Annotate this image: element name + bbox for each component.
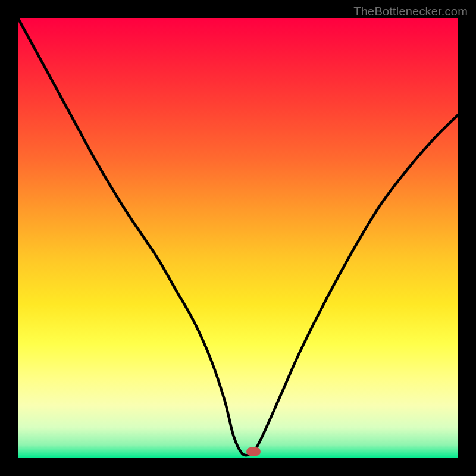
optimum-marker — [246, 447, 261, 456]
plot-area — [18, 18, 458, 458]
bottleneck-curve — [18, 18, 458, 458]
watermark-text: TheBottlenecker.com — [353, 5, 468, 18]
chart-frame: TheBottlenecker.com — [0, 0, 476, 476]
